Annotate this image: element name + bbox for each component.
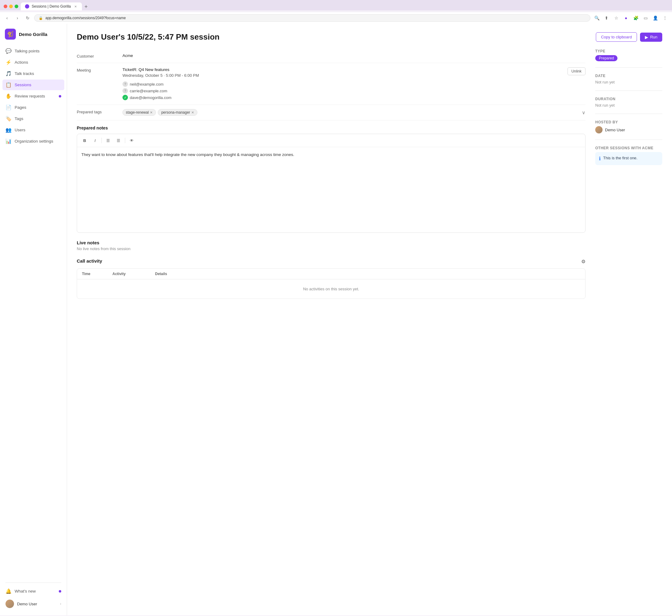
tags-dropdown-button[interactable]: ∨ (582, 110, 585, 115)
sessions-icon: 📋 (5, 82, 12, 88)
pages-icon: 📄 (5, 104, 12, 110)
sidebar-toggle-icon[interactable]: ▭ (642, 14, 649, 22)
sidebar-item-review-requests[interactable]: ✋ Review requests (2, 91, 64, 101)
call-activity-label: Call activity (77, 258, 102, 264)
sidebar-item-actions[interactable]: ⚡ Actions (2, 57, 64, 68)
address-bar[interactable]: 🔒 app.demogorilla.com/sessions/2049?focu… (34, 14, 590, 22)
sidebar-item-sessions[interactable]: 📋 Sessions (2, 80, 64, 90)
date-value: Not run yet (595, 80, 662, 84)
search-icon[interactable]: 🔍 (593, 14, 601, 22)
call-activity-section: Call activity ⚙ Time Activity Details No… (77, 258, 585, 299)
sidebar-item-label: Tags (15, 116, 23, 121)
chevron-right-icon: › (60, 602, 61, 606)
bold-button[interactable]: B (81, 136, 89, 144)
bookmark-icon[interactable]: ☆ (612, 14, 620, 22)
new-tab-button[interactable]: + (83, 3, 90, 10)
activity-table-header: Time Activity Details (77, 269, 585, 279)
col-activity: Activity (112, 272, 149, 276)
call-activity-settings-button[interactable]: ⚙ (581, 259, 585, 264)
sidebar-item-org-settings[interactable]: 📊 Organization settings (2, 136, 64, 147)
talking-points-icon: 💬 (5, 48, 12, 54)
extension-purple-icon[interactable]: ● (622, 14, 630, 22)
toolbar-divider (101, 138, 102, 143)
minimize-traffic-light[interactable] (9, 5, 13, 8)
tags-icon: 🏷️ (5, 116, 12, 122)
meeting-title: TicketR: Q4 New features (122, 67, 199, 72)
review-requests-dot (59, 95, 61, 97)
italic-button[interactable]: I (91, 136, 99, 144)
sidebar-bottom: 🔔 What's new Demo User › (0, 580, 67, 611)
tab-close-button[interactable]: ✕ (73, 4, 78, 9)
share-icon[interactable]: ⬆ (603, 14, 610, 22)
logo-text: Demo Gorilla (19, 32, 47, 37)
numbered-list-button[interactable]: ☰ (115, 136, 122, 144)
activity-empty: No activities on this session yet. (77, 279, 585, 299)
type-badge: Prepared (595, 55, 617, 61)
profile-icon[interactable]: 👤 (651, 14, 659, 22)
sidebar-item-tags[interactable]: 🏷️ Tags (2, 113, 64, 124)
prepared-notes-label: Prepared notes (77, 126, 108, 130)
sidebar-divider (5, 582, 61, 583)
prepared-tags-value: stage-renewal ✕ persona-manager ✕ ∨ (122, 109, 585, 116)
active-tab[interactable]: Sessions | Demo Gorilla ✕ (21, 2, 82, 10)
users-icon: 👥 (5, 127, 12, 133)
refresh-button[interactable]: ↻ (24, 14, 32, 22)
panel-divider (595, 90, 662, 91)
actions-icon: ⚡ (5, 59, 12, 65)
left-panel: Customer Acme Meeting TicketR: Q4 New fe… (77, 49, 585, 299)
attendee-confirmed-icon: ✓ (122, 95, 128, 100)
other-sessions-box: ℹ This is the first one. (595, 152, 662, 165)
url-text: app.demogorilla.com/sessions/2049?focus=… (45, 16, 586, 20)
user-row[interactable]: Demo User › (2, 597, 64, 611)
date-section: Date Not run yet (595, 74, 662, 84)
type-label: Type (595, 49, 662, 53)
sidebar-nav: 💬 Talking points ⚡ Actions 🎵 Talk tracks… (0, 46, 67, 580)
sidebar-item-label: Actions (15, 60, 28, 65)
unlink-button[interactable]: Unlink (568, 67, 585, 75)
maximize-traffic-light[interactable] (15, 5, 18, 8)
copy-to-clipboard-button[interactable]: Copy to clipboard (596, 32, 637, 42)
forward-button[interactable]: › (13, 14, 21, 22)
date-label: Date (595, 74, 662, 78)
sidebar-item-pages[interactable]: 📄 Pages (2, 102, 64, 113)
sidebar-item-talking-points[interactable]: 💬 Talking points (2, 46, 64, 56)
host-name: Demo User (605, 128, 625, 132)
run-icon: ▶ (645, 35, 648, 40)
bullet-list-button[interactable]: ☰ (104, 136, 112, 144)
attendee-unknown-icon: ? (122, 81, 128, 87)
meeting-value: TicketR: Q4 New features Wednesday, Octo… (122, 67, 585, 100)
user-avatar (5, 600, 14, 608)
attendee-dave: ✓ dave@demogorilla.com (122, 95, 199, 100)
puzzle-icon[interactable]: 🧩 (632, 14, 640, 22)
tag-remove-button[interactable]: ✕ (191, 111, 194, 115)
sidebar-item-talk-tracks[interactable]: 🎵 Talk tracks (2, 68, 64, 79)
live-notes-section: Live notes No live notes from this sessi… (77, 240, 585, 251)
toolbar-divider (125, 138, 125, 143)
org-settings-icon: 📊 (5, 138, 12, 144)
notes-body[interactable]: They want to know about features that'll… (77, 147, 585, 232)
run-button[interactable]: ▶ Run (640, 33, 662, 42)
sidebar-item-label: What's new (15, 589, 36, 593)
header-actions: Copy to clipboard ▶ Run (596, 32, 662, 42)
page-header: Demo User's 10/5/22, 5:47 PM session Cop… (77, 32, 662, 42)
sidebar-item-whats-new[interactable]: 🔔 What's new (2, 586, 64, 597)
notes-toolbar: B I ☰ ☰ 👁 (77, 134, 585, 147)
back-button[interactable]: ‹ (3, 14, 11, 22)
notes-editor: B I ☰ ☰ 👁 They want to know about featur… (77, 134, 585, 233)
customer-row: Customer Acme (77, 49, 585, 63)
right-panel: Type Prepared Date Not run yet Duration … (595, 49, 662, 299)
info-icon: ℹ (599, 156, 601, 161)
preview-button[interactable]: 👁 (128, 136, 136, 144)
menu-icon[interactable]: ⋮ (661, 14, 669, 22)
customer-label: Customer (77, 53, 116, 58)
close-traffic-light[interactable] (4, 5, 7, 8)
browser-toolbar-actions: 🔍 ⬆ ☆ ● 🧩 ▭ 👤 ⋮ (593, 14, 669, 22)
sidebar-item-users[interactable]: 👥 Users (2, 125, 64, 135)
meeting-datetime: Wednesday, October 5 · 5:00 PM - 6:00 PM (122, 73, 199, 78)
hosted-by-section: Hosted by Demo User (595, 120, 662, 133)
sidebar-logo: 🐒 Demo Gorilla (0, 29, 67, 46)
tag-remove-button[interactable]: ✕ (150, 111, 153, 115)
whats-new-dot (59, 590, 61, 593)
tag-label: stage-renewal (126, 110, 149, 115)
attendee-email: neil@example.com (130, 82, 164, 87)
